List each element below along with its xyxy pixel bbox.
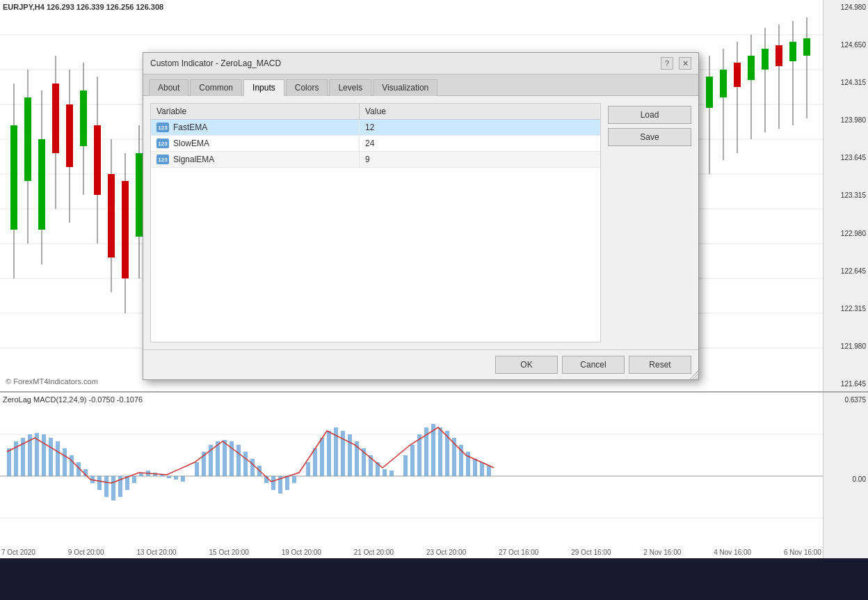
price-10: 121.980 (826, 342, 866, 350)
var-icon-1: 123 (156, 123, 169, 132)
svg-rect-113 (720, 70, 727, 97)
dialog-footer: OK Cancel Reset (143, 349, 698, 379)
price-6: 123.315 (826, 191, 866, 199)
svg-rect-176 (348, 434, 352, 476)
dialog-side-buttons: Load Save (608, 103, 691, 342)
col-variable: Variable (151, 104, 360, 119)
time-label-4: 15 Oct 20:00 (209, 548, 249, 556)
time-label-3: 13 Oct 20:00 (136, 548, 176, 556)
col-value: Value (360, 104, 600, 119)
svg-rect-143 (104, 476, 108, 497)
price-11: 121.645 (826, 380, 866, 388)
tab-common[interactable]: Common (190, 79, 242, 96)
main-chart: EURJPY,H4 126.293 126.339 126.256 126.30… (0, 0, 868, 391)
svg-rect-147 (132, 476, 136, 483)
row1-variable: 123 FastEMA (151, 120, 360, 135)
close-button[interactable]: ✕ (679, 57, 691, 70)
svg-rect-146 (125, 476, 129, 490)
price-7: 122.980 (826, 230, 866, 237)
table-row[interactable]: 123 SlowEMA 24 (151, 136, 600, 152)
tab-about[interactable]: About (149, 79, 188, 96)
svg-rect-172 (320, 438, 324, 476)
svg-rect-181 (383, 469, 387, 476)
svg-rect-161 (236, 445, 241, 476)
svg-rect-135 (49, 438, 53, 476)
dialog-tabs: About Common Inputs Colors Levels Visual… (143, 74, 698, 96)
svg-rect-173 (327, 431, 331, 476)
svg-rect-152 (167, 476, 171, 478)
tab-visualization[interactable]: Visualization (373, 79, 437, 96)
time-label-7: 23 Oct 20:00 (426, 548, 466, 556)
cancel-button[interactable]: Cancel (562, 356, 625, 374)
table-header: Variable Value (151, 104, 600, 120)
load-button[interactable]: Load (608, 106, 691, 124)
var-icon-2: 123 (156, 139, 169, 148)
svg-rect-111 (706, 77, 713, 108)
time-label-11: 4 Nov 16:00 (714, 548, 751, 556)
time-label-10: 2 Nov 16:00 (643, 548, 681, 556)
tab-levels[interactable]: Levels (329, 79, 371, 96)
tab-inputs[interactable]: Inputs (243, 79, 284, 96)
row3-value: 9 (360, 152, 600, 167)
svg-rect-29 (136, 153, 143, 237)
dialog-controls: ? ✕ (661, 57, 691, 70)
resize-handle[interactable] (690, 371, 698, 379)
ok-button[interactable]: OK (495, 356, 558, 374)
svg-rect-13 (24, 97, 31, 181)
help-button[interactable]: ? (661, 57, 673, 70)
time-axis: 7 Oct 2020 9 Oct 20:00 13 Oct 20:00 15 O… (0, 546, 823, 558)
row3-variable: 123 SignalEMA (151, 152, 360, 167)
svg-rect-17 (52, 84, 59, 153)
svg-rect-21 (80, 90, 87, 146)
price-2: 124.650 (826, 41, 866, 49)
price-scale: 124.980 124.650 124.315 123.980 123.645 … (823, 0, 868, 391)
svg-rect-142 (97, 476, 102, 490)
price-5: 123.645 (826, 154, 866, 161)
svg-rect-27 (122, 181, 129, 278)
svg-rect-129 (7, 448, 11, 476)
time-label-2: 9 Oct 20:00 (68, 548, 104, 556)
svg-rect-25 (108, 174, 115, 258)
save-button[interactable]: Save (608, 128, 691, 146)
macd-panel: ZeroLag MACD(12,24,9) -0.0750 -0.1076 (0, 391, 868, 558)
svg-rect-194 (480, 462, 484, 476)
table-row[interactable]: 123 FastEMA 12 (151, 120, 600, 136)
price-9: 122.315 (826, 305, 866, 313)
svg-rect-193 (473, 459, 477, 476)
svg-rect-184 (410, 445, 415, 476)
row2-variable: 123 SlowEMA (151, 136, 360, 151)
svg-rect-136 (56, 441, 60, 476)
macd-price-2: 0.00 (826, 475, 866, 483)
svg-rect-159 (223, 440, 227, 476)
svg-rect-154 (181, 476, 185, 482)
svg-rect-119 (762, 49, 769, 70)
macd-scale: 0.6375 0.00 (823, 393, 868, 558)
time-label-12: 6 Nov 16:00 (784, 548, 821, 556)
reset-button[interactable]: Reset (629, 356, 691, 374)
svg-rect-195 (487, 466, 491, 476)
price-1: 124.980 (826, 3, 866, 11)
svg-rect-188 (438, 427, 442, 476)
table-row[interactable]: 123 SignalEMA 9 (151, 152, 600, 168)
svg-rect-121 (775, 45, 782, 66)
svg-rect-117 (748, 56, 755, 80)
tab-colors[interactable]: Colors (286, 79, 328, 96)
svg-rect-171 (313, 448, 317, 476)
price-3: 124.315 (826, 79, 866, 86)
macd-chart-area (0, 393, 823, 558)
svg-rect-163 (250, 459, 255, 476)
var-icon-3: 123 (156, 155, 169, 164)
dialog-titlebar: Custom Indicator - ZeroLag_MACD ? ✕ (143, 53, 698, 74)
dialog-content: Variable Value 123 FastEMA 12 (143, 96, 698, 349)
time-label-9: 29 Oct 16:00 (571, 548, 611, 556)
svg-rect-155 (195, 462, 199, 476)
svg-rect-183 (403, 455, 408, 476)
price-4: 123.980 (826, 116, 866, 124)
time-label-6: 21 Oct 20:00 (354, 548, 394, 556)
svg-rect-138 (70, 455, 74, 476)
time-label-8: 27 Oct 16:00 (499, 548, 538, 556)
svg-rect-23 (94, 125, 101, 195)
svg-rect-134 (42, 434, 46, 476)
watermark: © ForexMT4Indicators.com (6, 377, 98, 386)
svg-rect-137 (63, 448, 67, 476)
